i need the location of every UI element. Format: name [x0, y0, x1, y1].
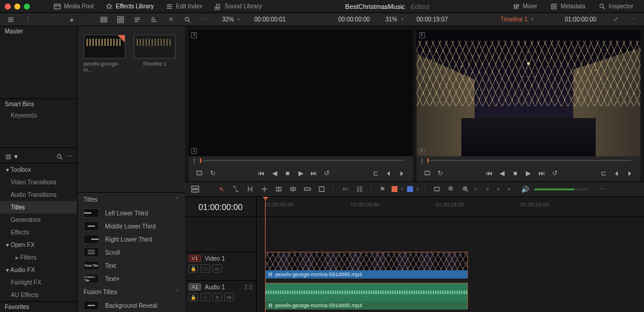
customize-icon[interactable]: ⋯	[597, 184, 608, 194]
audio-track-header[interactable]: A1 Audio 1 2.0 🔒 □ S M	[185, 280, 256, 309]
selection-icon[interactable]: ↖	[216, 184, 227, 194]
fx-list-icon[interactable]	[5, 153, 12, 160]
prev-edit-icon[interactable]: ⏴	[383, 168, 395, 178]
lock-icon[interactable]: 🔒	[189, 293, 198, 301]
step-fwd-icon[interactable]: ⏭	[308, 168, 320, 178]
crop-icon[interactable]: ✕	[165, 14, 177, 26]
list-icon[interactable]	[5, 14, 17, 26]
fx-nav-item[interactable]: ▸ Filters	[0, 251, 77, 264]
dyn-trim-icon[interactable]	[273, 184, 284, 194]
timeline-timecode[interactable]: 01:00:00:00	[185, 197, 256, 217]
replace-icon[interactable]	[316, 184, 327, 194]
step-fwd-icon[interactable]: ⏭	[535, 168, 547, 178]
audio-clip[interactable]: ⛓pexels-george-morina-5914895.mp4	[265, 283, 468, 309]
lock-icon[interactable]: 🔒	[189, 264, 198, 273]
loop-icon[interactable]: ↺	[549, 168, 560, 178]
fx-group[interactable]: ▾ Audio FX	[0, 264, 77, 276]
auto-select-icon[interactable]: □	[201, 293, 210, 301]
fx-item[interactable]: Custom TitleText+	[78, 272, 185, 285]
program-zoom[interactable]: 31%	[386, 16, 398, 23]
flag-color-red[interactable]	[392, 186, 398, 192]
fx-item[interactable]: Left Lower Third	[78, 206, 185, 220]
match-frame-icon[interactable]	[193, 168, 205, 178]
fx-nav-item[interactable]: Video Transitions	[0, 176, 77, 189]
loop-playback-icon[interactable]: ↻	[435, 168, 446, 178]
fx-nav-item[interactable]: AU Effects	[0, 289, 77, 301]
smart-bins-header[interactable]: Smart Bins	[0, 99, 77, 109]
bin-master[interactable]: Master	[0, 26, 77, 36]
volume-slider[interactable]	[534, 189, 588, 190]
tab-metadata[interactable]: Metadata	[544, 0, 591, 13]
program-scrubber[interactable]: |	[417, 156, 641, 165]
smart-bin-keywords[interactable]: Keywords	[0, 109, 77, 122]
jump-first-icon[interactable]: ⊼	[419, 32, 425, 38]
play-icon[interactable]: ▶	[522, 168, 534, 178]
more-icon[interactable]: ⋯	[198, 14, 210, 26]
tab-mixer[interactable]: Mixer	[507, 0, 543, 13]
fx-nav-item[interactable]: Fairlight FX	[0, 276, 77, 289]
prev-edit-icon[interactable]: ⏴	[611, 168, 623, 178]
insert-edit-icon[interactable]: ⊏	[597, 168, 609, 178]
tab-effects-library[interactable]: Effects Library	[100, 0, 160, 13]
fx-item[interactable]: Scroll	[78, 246, 185, 259]
fx-nav-item[interactable]: Effects	[0, 226, 77, 239]
play-icon[interactable]: ▶	[295, 168, 307, 178]
insert-edit-icon[interactable]: ⊏	[370, 168, 382, 178]
first-frame-icon[interactable]: ⏮	[255, 168, 267, 178]
solo-button[interactable]: S	[212, 293, 222, 301]
jump-last-icon[interactable]: ⊻	[191, 148, 197, 154]
flag-color-blue[interactable]	[407, 186, 413, 192]
first-frame-icon[interactable]: ⏮	[483, 168, 495, 178]
fx-more-icon[interactable]: ⋯	[66, 153, 72, 160]
step-back-icon[interactable]: ◀	[269, 168, 281, 178]
flag-icon[interactable]: ⚑	[377, 184, 388, 194]
timeline-selector[interactable]: Timeline 1	[500, 16, 528, 23]
timeline-thumbnail[interactable]: Timeline 1	[134, 35, 175, 79]
collapse-icon[interactable]: ⌃	[174, 289, 179, 295]
overwrite-icon[interactable]	[302, 184, 313, 194]
search-icon[interactable]	[181, 14, 193, 26]
tab-inspector[interactable]: Inspector	[593, 0, 639, 13]
fx-group[interactable]: ▾ Toolbox	[0, 163, 77, 176]
program-timecode[interactable]: 00:00:00:00	[338, 16, 370, 23]
blade-tool-icon[interactable]: ✄	[340, 184, 350, 194]
match-frame-icon[interactable]	[421, 168, 433, 178]
program-viewer[interactable]: ⊼ ⊻	[417, 30, 641, 156]
loop-icon[interactable]: ↺	[321, 168, 333, 178]
step-back-icon[interactable]: ◀	[496, 168, 508, 178]
zoom-window-icon[interactable]	[24, 4, 30, 10]
fx-nav-item[interactable]: Generators	[0, 214, 77, 226]
tab-sound-library[interactable]: Sound Library	[208, 0, 267, 13]
stop-icon[interactable]: ■	[509, 168, 521, 178]
program-duration[interactable]: 00:00:19:07	[417, 16, 448, 23]
fx-search-icon[interactable]	[56, 153, 63, 160]
fx-nav-item[interactable]: Titles	[0, 201, 77, 214]
next-edit-icon[interactable]: ⏵	[624, 168, 636, 178]
source-timecode[interactable]: 00:00:00:01	[254, 16, 286, 23]
list-view-icon[interactable]	[115, 14, 127, 26]
zoom-in-icon[interactable]	[460, 184, 471, 194]
stop-icon[interactable]: ■	[282, 168, 294, 178]
fx-group[interactable]: ▾ Open FX	[0, 239, 77, 251]
mute-button[interactable]: M	[224, 293, 234, 301]
jump-first-icon[interactable]: ⊼	[191, 32, 197, 38]
video-track-badge[interactable]: V1	[189, 255, 201, 262]
thumb-icon[interactable]	[98, 14, 110, 26]
toggle-icon[interactable]: ▭	[212, 264, 222, 273]
viewer-expand-icon[interactable]: ⤢	[609, 14, 621, 26]
minimize-window-icon[interactable]	[14, 4, 20, 10]
source-viewer[interactable]: ⊼ ⊻	[189, 30, 413, 156]
mute-icon[interactable]: 🔊	[520, 184, 531, 194]
video-track-header[interactable]: V1 Video 1 🔒 □ ▭	[185, 252, 256, 280]
audio-track-badge[interactable]: A1	[189, 283, 201, 291]
position-icon[interactable]	[259, 184, 270, 194]
fx-item[interactable]: Background Reveal	[78, 299, 185, 312]
insert-icon[interactable]	[288, 184, 298, 194]
grid-icon[interactable]	[131, 14, 143, 26]
clip-thumbnail[interactable]: pexels-george-m...	[84, 35, 125, 79]
link-icon[interactable]: ⛓	[354, 184, 365, 194]
zoom-out-icon[interactable]	[446, 184, 457, 194]
tab-media-pool[interactable]: Media Pool	[48, 0, 100, 13]
close-window-icon[interactable]	[5, 4, 11, 10]
window-controls[interactable]	[5, 4, 30, 10]
